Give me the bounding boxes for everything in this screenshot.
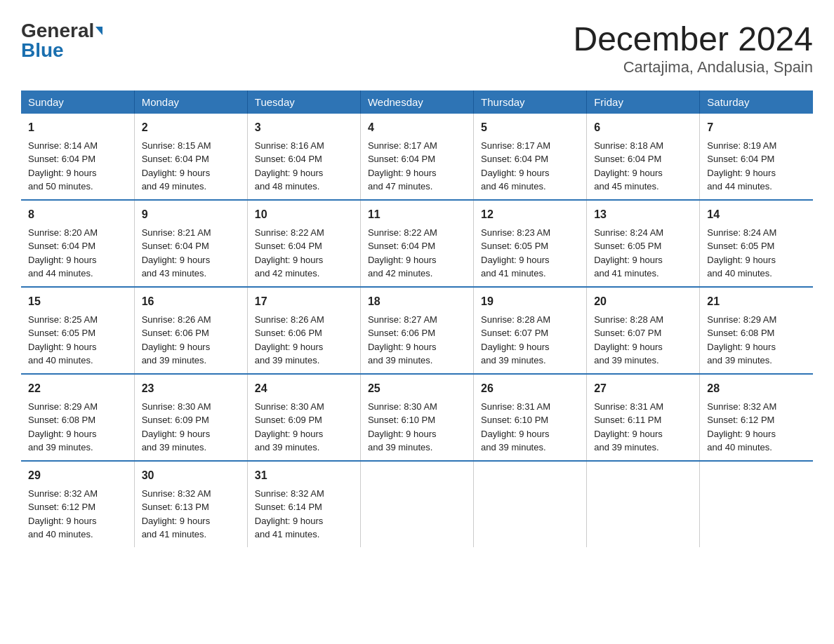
day-number: 17 <box>255 293 353 310</box>
day-number: 13 <box>594 206 692 223</box>
day-info: Sunrise: 8:23 AMSunset: 6:05 PMDaylight:… <box>481 227 550 279</box>
calendar-cell <box>474 461 587 547</box>
day-number: 2 <box>142 119 240 136</box>
day-info: Sunrise: 8:14 AMSunset: 6:04 PMDaylight:… <box>28 140 98 192</box>
calendar-week-row: 8 Sunrise: 8:20 AMSunset: 6:04 PMDayligh… <box>21 200 813 287</box>
day-info: Sunrise: 8:28 AMSunset: 6:07 PMDaylight:… <box>481 314 550 366</box>
calendar-week-row: 15 Sunrise: 8:25 AMSunset: 6:05 PMDaylig… <box>21 287 813 374</box>
calendar-cell: 3 Sunrise: 8:16 AMSunset: 6:04 PMDayligh… <box>247 114 360 200</box>
calendar-cell: 26 Sunrise: 8:31 AMSunset: 6:10 PMDaylig… <box>474 374 587 461</box>
calendar-cell: 17 Sunrise: 8:26 AMSunset: 6:06 PMDaylig… <box>247 287 360 374</box>
calendar-cell: 23 Sunrise: 8:30 AMSunset: 6:09 PMDaylig… <box>134 374 247 461</box>
day-info: Sunrise: 8:31 AMSunset: 6:11 PMDaylight:… <box>594 401 663 453</box>
header-friday: Friday <box>587 90 700 114</box>
day-info: Sunrise: 8:30 AMSunset: 6:10 PMDaylight:… <box>368 401 437 453</box>
day-number: 23 <box>142 380 240 397</box>
day-number: 26 <box>481 380 579 397</box>
calendar-table: SundayMondayTuesdayWednesdayThursdayFrid… <box>21 90 813 547</box>
day-info: Sunrise: 8:32 AMSunset: 6:12 PMDaylight:… <box>707 401 776 453</box>
calendar-cell: 20 Sunrise: 8:28 AMSunset: 6:07 PMDaylig… <box>587 287 700 374</box>
day-info: Sunrise: 8:32 AMSunset: 6:13 PMDaylight:… <box>142 488 211 540</box>
day-info: Sunrise: 8:24 AMSunset: 6:05 PMDaylight:… <box>707 227 776 279</box>
day-number: 15 <box>28 293 127 310</box>
day-number: 31 <box>255 467 353 484</box>
calendar-cell: 22 Sunrise: 8:29 AMSunset: 6:08 PMDaylig… <box>21 374 134 461</box>
calendar-cell: 15 Sunrise: 8:25 AMSunset: 6:05 PMDaylig… <box>21 287 134 374</box>
day-info: Sunrise: 8:17 AMSunset: 6:04 PMDaylight:… <box>368 140 437 192</box>
day-info: Sunrise: 8:32 AMSunset: 6:14 PMDaylight:… <box>255 488 324 540</box>
day-info: Sunrise: 8:32 AMSunset: 6:12 PMDaylight:… <box>28 488 98 540</box>
header-wednesday: Wednesday <box>360 90 473 114</box>
day-info: Sunrise: 8:25 AMSunset: 6:05 PMDaylight:… <box>28 314 98 366</box>
day-info: Sunrise: 8:29 AMSunset: 6:08 PMDaylight:… <box>28 401 98 453</box>
day-info: Sunrise: 8:26 AMSunset: 6:06 PMDaylight:… <box>255 314 324 366</box>
header-thursday: Thursday <box>474 90 587 114</box>
calendar-cell: 10 Sunrise: 8:22 AMSunset: 6:04 PMDaylig… <box>247 200 360 287</box>
day-info: Sunrise: 8:29 AMSunset: 6:08 PMDaylight:… <box>707 314 776 366</box>
day-info: Sunrise: 8:16 AMSunset: 6:04 PMDaylight:… <box>255 140 324 192</box>
header-sunday: Sunday <box>21 90 134 114</box>
day-number: 21 <box>707 293 806 310</box>
day-number: 6 <box>594 119 692 136</box>
day-info: Sunrise: 8:30 AMSunset: 6:09 PMDaylight:… <box>255 401 324 453</box>
calendar-cell: 5 Sunrise: 8:17 AMSunset: 6:04 PMDayligh… <box>474 114 587 200</box>
calendar-cell: 24 Sunrise: 8:30 AMSunset: 6:09 PMDaylig… <box>247 374 360 461</box>
day-info: Sunrise: 8:20 AMSunset: 6:04 PMDaylight:… <box>28 227 98 279</box>
day-info: Sunrise: 8:28 AMSunset: 6:07 PMDaylight:… <box>594 314 663 366</box>
logo-blue: Blue <box>21 41 64 60</box>
calendar-cell <box>587 461 700 547</box>
calendar-cell <box>360 461 473 547</box>
day-number: 4 <box>368 119 466 136</box>
day-number: 11 <box>368 206 466 223</box>
calendar-cell: 18 Sunrise: 8:27 AMSunset: 6:06 PMDaylig… <box>360 287 473 374</box>
calendar-cell: 11 Sunrise: 8:22 AMSunset: 6:04 PMDaylig… <box>360 200 473 287</box>
title-block: December 2024 Cartajima, Andalusia, Spai… <box>573 21 813 76</box>
calendar-week-row: 1 Sunrise: 8:14 AMSunset: 6:04 PMDayligh… <box>21 114 813 200</box>
day-number: 14 <box>707 206 806 223</box>
calendar-cell: 6 Sunrise: 8:18 AMSunset: 6:04 PMDayligh… <box>587 114 700 200</box>
day-info: Sunrise: 8:18 AMSunset: 6:04 PMDaylight:… <box>594 140 663 192</box>
calendar-cell: 9 Sunrise: 8:21 AMSunset: 6:04 PMDayligh… <box>134 200 247 287</box>
day-info: Sunrise: 8:15 AMSunset: 6:04 PMDaylight:… <box>142 140 211 192</box>
day-number: 5 <box>481 119 579 136</box>
day-info: Sunrise: 8:24 AMSunset: 6:05 PMDaylight:… <box>594 227 663 279</box>
calendar-cell: 8 Sunrise: 8:20 AMSunset: 6:04 PMDayligh… <box>21 200 134 287</box>
calendar-cell: 1 Sunrise: 8:14 AMSunset: 6:04 PMDayligh… <box>21 114 134 200</box>
day-number: 16 <box>142 293 240 310</box>
day-number: 19 <box>481 293 579 310</box>
day-number: 1 <box>28 119 127 136</box>
day-info: Sunrise: 8:22 AMSunset: 6:04 PMDaylight:… <box>368 227 437 279</box>
page-header: General Blue December 2024 Cartajima, An… <box>21 21 813 76</box>
calendar-cell: 2 Sunrise: 8:15 AMSunset: 6:04 PMDayligh… <box>134 114 247 200</box>
day-info: Sunrise: 8:31 AMSunset: 6:10 PMDaylight:… <box>481 401 550 453</box>
day-number: 18 <box>368 293 466 310</box>
day-number: 20 <box>594 293 692 310</box>
day-info: Sunrise: 8:27 AMSunset: 6:06 PMDaylight:… <box>368 314 437 366</box>
day-number: 24 <box>255 380 353 397</box>
page-title: December 2024 <box>573 21 813 58</box>
page-subtitle: Cartajima, Andalusia, Spain <box>573 58 813 76</box>
day-number: 27 <box>594 380 692 397</box>
calendar-cell: 12 Sunrise: 8:23 AMSunset: 6:05 PMDaylig… <box>474 200 587 287</box>
calendar-cell: 30 Sunrise: 8:32 AMSunset: 6:13 PMDaylig… <box>134 461 247 547</box>
calendar-cell: 27 Sunrise: 8:31 AMSunset: 6:11 PMDaylig… <box>587 374 700 461</box>
day-info: Sunrise: 8:21 AMSunset: 6:04 PMDaylight:… <box>142 227 211 279</box>
calendar-cell: 19 Sunrise: 8:28 AMSunset: 6:07 PMDaylig… <box>474 287 587 374</box>
logo: General Blue <box>21 21 102 60</box>
day-number: 9 <box>142 206 240 223</box>
calendar-week-row: 22 Sunrise: 8:29 AMSunset: 6:08 PMDaylig… <box>21 374 813 461</box>
calendar-cell: 29 Sunrise: 8:32 AMSunset: 6:12 PMDaylig… <box>21 461 134 547</box>
calendar-cell: 31 Sunrise: 8:32 AMSunset: 6:14 PMDaylig… <box>247 461 360 547</box>
calendar-cell: 16 Sunrise: 8:26 AMSunset: 6:06 PMDaylig… <box>134 287 247 374</box>
day-number: 28 <box>707 380 806 397</box>
calendar-week-row: 29 Sunrise: 8:32 AMSunset: 6:12 PMDaylig… <box>21 461 813 547</box>
calendar-cell: 25 Sunrise: 8:30 AMSunset: 6:10 PMDaylig… <box>360 374 473 461</box>
day-info: Sunrise: 8:26 AMSunset: 6:06 PMDaylight:… <box>142 314 211 366</box>
day-number: 7 <box>707 119 806 136</box>
calendar-header-row: SundayMondayTuesdayWednesdayThursdayFrid… <box>21 90 813 114</box>
calendar-cell: 21 Sunrise: 8:29 AMSunset: 6:08 PMDaylig… <box>700 287 813 374</box>
day-number: 29 <box>28 467 127 484</box>
day-number: 25 <box>368 380 466 397</box>
day-number: 10 <box>255 206 353 223</box>
logo-general: General <box>21 21 94 41</box>
